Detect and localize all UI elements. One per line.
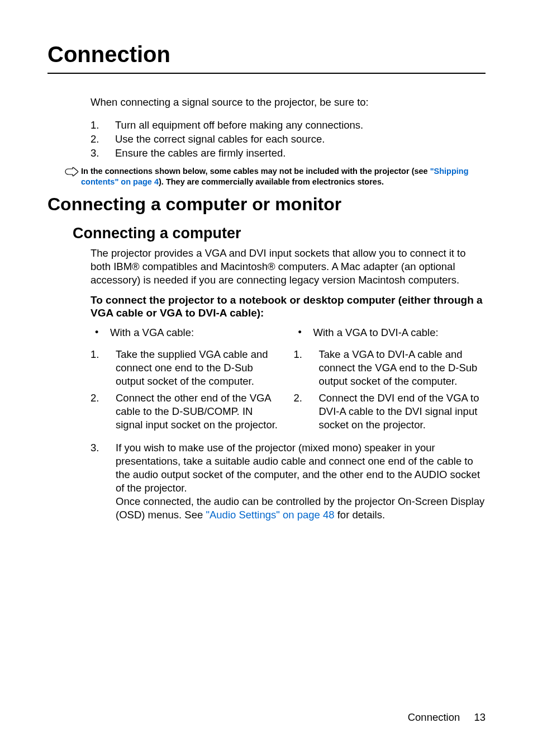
right-column: • With a VGA to DVI-A cable: 1. Take a V… [294, 327, 486, 435]
subsection-heading: Connecting a computer [73, 225, 486, 242]
procedure-heading: To connect the projector to a notebook o… [91, 294, 486, 320]
intro-list: 1. Turn all equipment off before making … [91, 119, 486, 160]
list-text: Connect the other end of the VGA cable t… [116, 391, 283, 432]
list-item: 2. Connect the DVI end of the VGA to DVI… [294, 391, 486, 432]
audio-settings-link[interactable]: "Audio Settings" on page 48 [206, 509, 334, 521]
list-item: 1. Turn all equipment off before making … [91, 119, 486, 133]
list-text: Take a VGA to DVI-A cable and connect th… [319, 348, 486, 388]
page-footer: Connection 13 [408, 711, 486, 724]
note-suffix: ). They are commercially available from … [159, 177, 384, 186]
section-heading: Connecting a computer or monitor [47, 194, 486, 215]
list-number: 1. [91, 348, 116, 361]
step-3-para1: If you wish to make use of the projector… [116, 441, 486, 495]
list-number: 2. [91, 133, 115, 147]
list-number: 1. [91, 119, 115, 133]
list-text: Ensure the cables are firmly inserted. [115, 147, 285, 160]
list-item: 1. Take the supplied VGA cable and conne… [91, 348, 283, 388]
intro-text: When connecting a signal source to the p… [91, 96, 486, 108]
list-number: 3. [91, 441, 116, 455]
list-item: 1. Take a VGA to DVI-A cable and connect… [294, 348, 486, 388]
note-prefix: In the connections shown below, some cab… [81, 167, 430, 176]
left-column: • With a VGA cable: 1. Take the supplied… [91, 327, 283, 435]
note-text: In the connections shown below, some cab… [81, 166, 486, 187]
bullet-text: With a VGA to DVI-A cable: [313, 327, 439, 339]
list-number: 1. [294, 348, 319, 361]
bullet-item: • With a VGA cable: [91, 327, 283, 339]
bullet-text: With a VGA cable: [110, 327, 194, 339]
footer-section-label: Connection [408, 711, 460, 723]
page-number: 13 [474, 711, 486, 723]
bullet-icon: • [294, 327, 313, 339]
hand-pointing-icon [64, 167, 79, 177]
list-number: 2. [91, 391, 116, 405]
para2-suffix: for details. [335, 509, 386, 521]
list-text: Take the supplied VGA cable and connect … [116, 348, 283, 388]
body-paragraph: The projector provides a VGA and DVI inp… [91, 247, 486, 287]
page-title: Connection [47, 42, 486, 74]
note-block: In the connections shown below, some cab… [64, 166, 486, 187]
bullet-item: • With a VGA to DVI-A cable: [294, 327, 486, 339]
bullet-icon: • [91, 327, 110, 339]
list-item: 3. Ensure the cables are firmly inserted… [91, 147, 486, 160]
list-item: 2. Connect the other end of the VGA cabl… [91, 391, 283, 432]
list-text: Use the correct signal cables for each s… [115, 133, 325, 147]
list-item: 2. Use the correct signal cables for eac… [91, 133, 486, 147]
list-number: 3. [91, 147, 115, 160]
step-3-block: 3. If you wish to make use of the projec… [91, 441, 486, 522]
step-3-para2: Once connected, the audio can be control… [116, 495, 486, 522]
list-text: Turn all equipment off before making any… [115, 119, 363, 133]
list-text: Connect the DVI end of the VGA to DVI-A … [319, 391, 486, 432]
list-number: 2. [294, 391, 319, 405]
